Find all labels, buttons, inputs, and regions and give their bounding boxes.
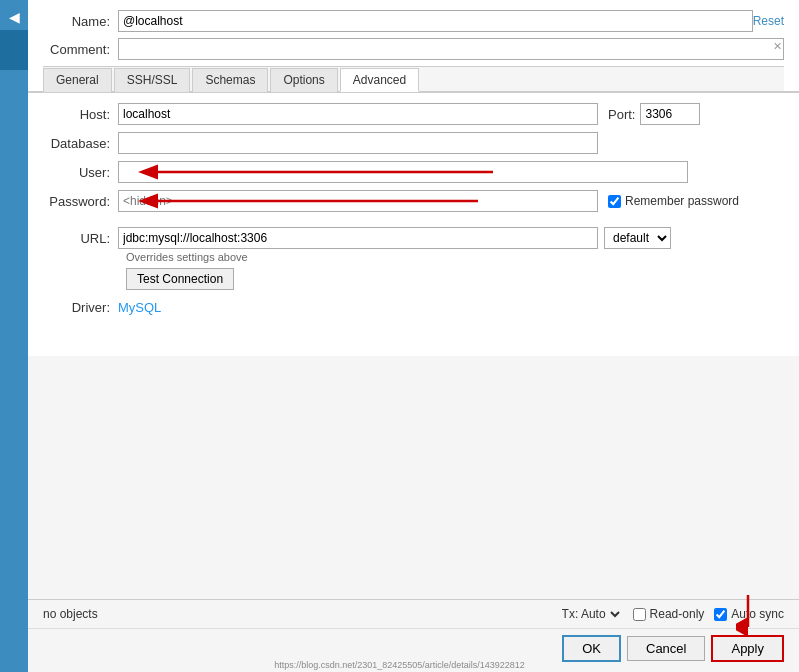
tab-advanced[interactable]: Advanced <box>340 68 419 92</box>
readonly-checkbox[interactable] <box>633 608 646 621</box>
bottom-controls: Tx: Auto Read-only Auto sync <box>558 606 784 622</box>
driver-value[interactable]: MySQL <box>118 300 161 315</box>
user-input[interactable] <box>118 161 688 183</box>
remember-password-checkbox-label[interactable]: Remember password <box>608 194 739 208</box>
bottom-bar: no objects Tx: Auto Read-only Auto sync <box>28 599 799 628</box>
tx-select[interactable]: Tx: Auto <box>558 606 623 622</box>
ok-button[interactable]: OK <box>562 635 621 662</box>
tab-sshssl[interactable]: SSH/SSL <box>114 68 191 92</box>
name-label: Name: <box>43 14 118 29</box>
host-input[interactable] <box>118 103 598 125</box>
autosync-checkbox[interactable] <box>714 608 727 621</box>
host-label: Host: <box>43 107 118 122</box>
reset-link[interactable]: Reset <box>753 14 784 28</box>
database-label: Database: <box>43 136 118 151</box>
user-label: User: <box>43 165 118 180</box>
comment-input[interactable] <box>118 38 784 60</box>
apply-button[interactable]: Apply <box>711 635 784 662</box>
sidebar-blue-bar <box>0 30 28 70</box>
port-label: Port: <box>608 107 635 122</box>
url-label: URL: <box>43 231 118 246</box>
tab-general[interactable]: General <box>43 68 112 92</box>
remember-password-checkbox[interactable] <box>608 195 621 208</box>
back-arrow-icon[interactable]: ◀ <box>9 9 20 25</box>
cancel-button[interactable]: Cancel <box>627 636 705 661</box>
database-input[interactable] <box>118 132 598 154</box>
test-connection-button[interactable]: Test Connection <box>126 268 234 290</box>
tab-schemas[interactable]: Schemas <box>192 68 268 92</box>
url-type-select[interactable]: default <box>604 227 671 249</box>
tab-options[interactable]: Options <box>270 68 337 92</box>
port-input[interactable] <box>640 103 700 125</box>
overrides-text: Overrides settings above <box>126 251 784 263</box>
readonly-checkbox-label[interactable]: Read-only <box>633 607 705 621</box>
driver-label: Driver: <box>43 300 118 315</box>
url-input[interactable] <box>118 227 598 249</box>
password-label: Password: <box>43 194 118 209</box>
name-input[interactable] <box>118 10 753 32</box>
action-buttons-bar: OK Cancel Apply <box>28 628 799 672</box>
no-objects-label: no objects <box>43 607 98 621</box>
tabs-bar: General SSH/SSL Schemas Options Advanced <box>43 66 784 91</box>
comment-clear-button[interactable]: ✕ <box>773 40 782 53</box>
autosync-checkbox-label[interactable]: Auto sync <box>714 607 784 621</box>
password-input[interactable] <box>118 190 598 212</box>
comment-label: Comment: <box>43 42 118 57</box>
